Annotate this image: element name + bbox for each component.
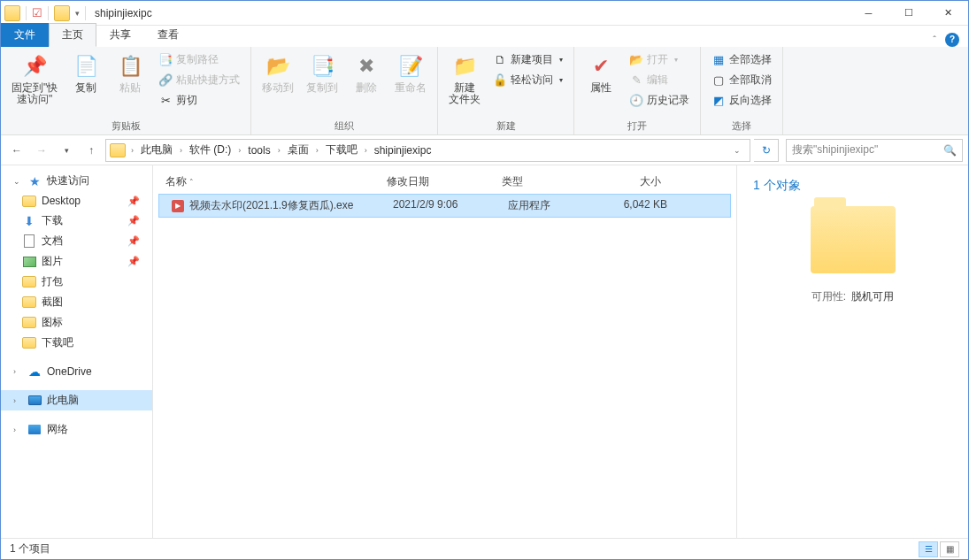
crumb[interactable]: 此电脑 <box>137 140 176 160</box>
new-folder-button[interactable]: 📁新建 文件夹 <box>445 50 484 107</box>
props-icon: ✔ <box>587 52 615 81</box>
ribbon: 📌 固定到"快 速访问" 📄 复制 📋 粘贴 📑复制路径 🔗粘贴快捷方式 ✂剪切… <box>1 47 968 135</box>
object-count: 1 个对象 <box>753 178 952 194</box>
search-icon[interactable]: 🔍 <box>943 144 957 157</box>
help-icon[interactable]: ? <box>945 33 959 47</box>
crumb[interactable]: shipinjiexipc <box>371 142 435 159</box>
up-button[interactable]: ↑ <box>81 140 102 161</box>
cloud-icon: ☁ <box>27 364 42 379</box>
crumb[interactable]: 下载吧 <box>322 140 361 160</box>
sidebar-item[interactable]: 截图 <box>1 292 152 312</box>
folder-icon <box>22 296 36 308</box>
sidebar-quick-access[interactable]: ⌄★快速访问 <box>1 171 152 191</box>
invert-icon: ◩ <box>711 94 726 108</box>
sidebar-item[interactable]: 打包 <box>1 272 152 292</box>
group-label: 打开 <box>581 118 693 133</box>
app-icon[interactable] <box>4 5 20 21</box>
delete-icon: ✖ <box>352 52 381 81</box>
easy-access-button[interactable]: 🔓轻松访问▾ <box>489 71 566 89</box>
copy-path-button[interactable]: 📑复制路径 <box>155 50 243 69</box>
group-label: 新建 <box>445 118 566 133</box>
pin-icon: 📌 <box>127 235 147 247</box>
search-input[interactable]: 搜索"shipinjiexipc" 🔍 <box>786 139 963 162</box>
sidebar: ⌄★快速访问 Desktop📌 ⬇下载📌 文档📌 图片📌 打包 截图 图标 下载… <box>1 165 153 538</box>
pin-icon: 📌 <box>127 196 147 207</box>
crumb[interactable]: tools <box>244 142 273 159</box>
status-bar: 1 个项目 ☰ ▦ <box>1 538 968 559</box>
pin-to-quick-access-button[interactable]: 📌 固定到"快 速访问" <box>8 50 61 107</box>
selectall-icon: ▦ <box>711 53 726 67</box>
file-name: 视频去水印(2021.1.9修复西瓜).exe <box>189 198 353 213</box>
details-pane: 1 个对象 可用性:脱机可用 <box>736 165 968 538</box>
newitem-icon: 🗋 <box>493 53 507 67</box>
qat-dropdown-icon[interactable]: ▾ <box>75 9 80 18</box>
copy-button[interactable]: 📄 复制 <box>66 50 105 96</box>
new-item-button[interactable]: 🗋新建项目▾ <box>489 50 566 69</box>
open-button[interactable]: 📂打开▾ <box>626 50 693 69</box>
sidebar-onedrive[interactable]: ›☁OneDrive <box>1 362 152 381</box>
sidebar-item-documents[interactable]: 文档📌 <box>1 231 152 251</box>
qat-folder-icon[interactable] <box>54 5 70 21</box>
delete-button[interactable]: ✖删除 <box>347 50 386 96</box>
sidebar-item[interactable]: 图标 <box>1 312 152 333</box>
sidebar-item-pictures[interactable]: 图片📌 <box>1 251 152 272</box>
properties-button[interactable]: ✔属性 <box>581 50 620 96</box>
crumb[interactable]: 软件 (D:) <box>186 140 235 160</box>
navigation-bar: ← → ▾ ↑ › 此电脑› 软件 (D:)› tools› 桌面› 下载吧› … <box>1 135 968 165</box>
sidebar-item-desktop[interactable]: Desktop📌 <box>1 191 152 211</box>
paste-shortcut-button[interactable]: 🔗粘贴快捷方式 <box>155 71 243 89</box>
status-text: 1 个项目 <box>10 541 50 556</box>
tab-home[interactable]: 主页 <box>49 23 96 47</box>
pin-icon: 📌 <box>127 215 147 226</box>
qat-item[interactable]: ☑ <box>32 6 42 19</box>
group-label: 选择 <box>708 118 775 133</box>
crumb[interactable]: 桌面 <box>284 140 312 160</box>
selectnone-icon: ▢ <box>711 73 726 88</box>
select-none-button[interactable]: ▢全部取消 <box>708 71 775 89</box>
group-label: 组织 <box>258 118 430 133</box>
copy-to-button[interactable]: 📑复制到 <box>303 50 342 96</box>
breadcrumb-dropdown-icon[interactable]: ⌄ <box>728 146 746 155</box>
tab-file[interactable]: 文件 <box>1 23 49 47</box>
history-button[interactable]: 🕘历史记录 <box>626 91 693 110</box>
ribbon-collapse-icon[interactable]: ˆ <box>933 35 936 45</box>
column-headers[interactable]: 名称 修改日期 类型 大小 <box>153 171 736 194</box>
file-size: 6,042 KB <box>605 198 676 213</box>
forward-button[interactable]: → <box>31 140 52 161</box>
col-size[interactable]: 大小 <box>599 174 670 189</box>
col-type[interactable]: 类型 <box>502 174 599 189</box>
maximize-button[interactable]: ☐ <box>888 1 928 26</box>
window-title: shipinjiexipc <box>95 7 152 19</box>
cut-button[interactable]: ✂剪切 <box>155 91 243 110</box>
download-icon: ⬇ <box>22 214 36 228</box>
select-all-button[interactable]: ▦全部选择 <box>708 50 775 69</box>
minimize-button[interactable]: ─ <box>849 1 888 26</box>
col-name[interactable]: 名称 <box>165 174 387 189</box>
edit-button[interactable]: ✎编辑 <box>626 71 693 89</box>
refresh-button[interactable]: ↻ <box>754 139 779 162</box>
folder-icon <box>22 196 36 207</box>
invert-selection-button[interactable]: ◩反向选择 <box>708 91 775 110</box>
rename-button[interactable]: 📝重命名 <box>391 50 430 96</box>
sidebar-network[interactable]: ›网络 <box>1 419 152 440</box>
sidebar-item[interactable]: 下载吧 <box>1 333 152 353</box>
copy-icon: 📄 <box>72 52 100 81</box>
tab-share[interactable]: 共享 <box>96 23 144 47</box>
file-type: 应用程序 <box>508 198 605 213</box>
icons-view-button[interactable]: ▦ <box>940 541 959 557</box>
details-view-button[interactable]: ☰ <box>919 541 938 557</box>
move-to-button[interactable]: 📂移动到 <box>258 50 297 96</box>
close-button[interactable]: ✕ <box>928 1 968 26</box>
breadcrumb[interactable]: › 此电脑› 软件 (D:)› tools› 桌面› 下载吧› shipinji… <box>105 139 750 162</box>
back-button[interactable]: ← <box>6 140 27 161</box>
copyto-icon: 📑 <box>308 52 336 81</box>
file-date: 2021/2/9 9:06 <box>393 198 508 213</box>
tab-view[interactable]: 查看 <box>144 23 192 47</box>
sidebar-this-pc[interactable]: ›此电脑 <box>1 390 152 410</box>
star-icon: ★ <box>27 174 42 188</box>
file-row[interactable]: ▶视频去水印(2021.1.9修复西瓜).exe 2021/2/9 9:06 应… <box>158 194 731 218</box>
col-date[interactable]: 修改日期 <box>387 174 502 189</box>
recent-dropdown-icon[interactable]: ▾ <box>56 140 77 161</box>
paste-button[interactable]: 📋 粘贴 <box>111 50 150 96</box>
sidebar-item-downloads[interactable]: ⬇下载📌 <box>1 211 152 231</box>
